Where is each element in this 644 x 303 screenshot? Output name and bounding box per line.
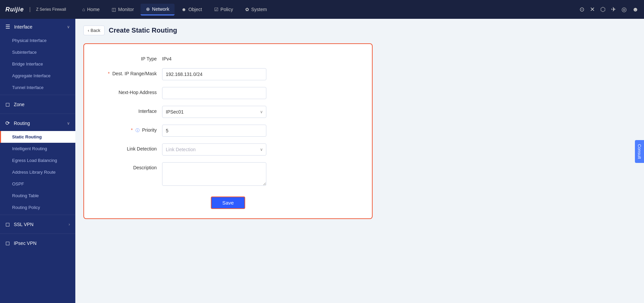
ip-type-value: IPv4 (162, 53, 361, 61)
top-nav: Ruijie | Z Series Firewall ⌂ Home ◫ Moni… (0, 0, 644, 19)
nav-icon-4[interactable]: ✈ (611, 6, 616, 13)
dest-ip-input[interactable] (162, 68, 266, 80)
main-content: ‹ Back Create Static Routing IP Type IPv… (75, 19, 644, 303)
sidebar-item-ospf[interactable]: OSPF (0, 178, 75, 190)
description-row: Description (95, 162, 361, 186)
priority-label: * ⓘ Priority (95, 125, 162, 133)
next-hop-label: Next-Hop Address (95, 87, 162, 95)
sidebar-section-ssl-vpn[interactable]: ◻ SSL VPN › (0, 216, 75, 232)
nav-icon-3[interactable]: ⬡ (600, 6, 606, 13)
ssl-vpn-chevron: › (69, 222, 70, 227)
page-header: ‹ Back Create Static Routing (83, 26, 636, 35)
nav-item-policy[interactable]: ☑ Policy (209, 4, 238, 15)
priority-input[interactable] (162, 125, 266, 137)
priority-required: * (131, 127, 132, 133)
divider-2 (0, 114, 75, 114)
brand-logo: Ruijie (5, 6, 24, 13)
sidebar-item-aggregate-interface[interactable]: Aggregate Interface (0, 70, 75, 82)
nav-item-home[interactable]: ⌂ Home (77, 4, 105, 15)
interface-select-wrapper: IPSec01 eth0 eth1 ∨ (162, 106, 266, 118)
nav-icon-user[interactable]: ☻ (632, 6, 639, 13)
layout: ☰ Interface ∨ Physical Interface Subinte… (0, 19, 644, 303)
sidebar-section-routing[interactable]: ⟳ Routing ∨ (0, 115, 75, 131)
sidebar-section-interface[interactable]: ☰ Interface ∨ (0, 19, 75, 35)
brand-sub: Z Series Firewall (36, 7, 66, 12)
description-textarea[interactable] (162, 162, 266, 186)
sidebar-item-intelligent-routing[interactable]: Intelligent Routing (0, 143, 75, 155)
form-footer: Save (95, 197, 361, 209)
brand-sep: | (29, 6, 31, 12)
nav-icon-2[interactable]: ✕ (590, 6, 595, 13)
ip-type-row: IP Type IPv4 (95, 53, 361, 61)
sidebar: ☰ Interface ∨ Physical Interface Subinte… (0, 19, 75, 303)
dest-ip-required: * (108, 71, 110, 76)
interface-chevron: ∨ (67, 25, 70, 29)
nav-icon-1[interactable]: ⊙ (579, 6, 584, 13)
sidebar-section-interface-label: Interface (14, 24, 32, 30)
consult-tab[interactable]: Consult (635, 140, 644, 163)
divider-4 (0, 233, 75, 234)
sidebar-section-ssl-vpn-label: SSL VPN (14, 222, 34, 227)
nav-items: ⌂ Home ◫ Monitor ⊕ Network ☻ Object ☑ Po… (77, 4, 580, 15)
description-label: Description (95, 162, 162, 170)
interface-select[interactable]: IPSec01 eth0 eth1 (162, 106, 266, 118)
zone-icon: ◻ (5, 101, 10, 107)
back-label: Back (90, 28, 100, 33)
back-chevron-icon: ‹ (88, 28, 89, 33)
link-detection-label: Link Detection (95, 143, 162, 152)
routing-chevron: ∨ (67, 121, 70, 126)
sidebar-item-physical-interface[interactable]: Physical Interface (0, 35, 75, 46)
nav-icon-5[interactable]: ◎ (621, 6, 627, 13)
form-card: IP Type IPv4 * Dest. IP Range/Mask Next-… (83, 43, 373, 219)
next-hop-input[interactable] (162, 87, 266, 99)
nav-item-system[interactable]: ✿ System (240, 4, 272, 15)
nav-right-icons: ⊙ ✕ ⬡ ✈ ◎ ☻ (579, 6, 639, 13)
dest-ip-label: * Dest. IP Range/Mask (95, 68, 162, 76)
interface-label: Interface (95, 106, 162, 114)
back-button[interactable]: ‹ Back (83, 26, 105, 35)
nav-item-network[interactable]: ⊕ Network (141, 4, 175, 15)
interface-icon: ☰ (5, 24, 10, 30)
next-hop-row: Next-Hop Address (95, 87, 361, 99)
link-detection-select-wrapper: Link Detection ∨ (162, 143, 266, 156)
save-button[interactable]: Save (211, 197, 245, 209)
divider-3 (0, 215, 75, 215)
sidebar-section-zone[interactable]: ◻ Zone (0, 96, 75, 112)
nav-item-object[interactable]: ☻ Object (176, 4, 207, 15)
divider-1 (0, 95, 75, 95)
sidebar-item-routing-policy[interactable]: Routing Policy (0, 202, 75, 213)
sidebar-item-subinterface[interactable]: Subinterface (0, 46, 75, 58)
routing-icon: ⟳ (5, 120, 10, 126)
sidebar-item-egress-load-balancing[interactable]: Egress Load Balancing (0, 155, 75, 166)
ip-type-label: IP Type (95, 53, 162, 61)
priority-row: * ⓘ Priority (95, 125, 361, 137)
brand: Ruijie | Z Series Firewall (5, 6, 66, 13)
sidebar-section-zone-label: Zone (14, 102, 25, 107)
sidebar-item-bridge-interface[interactable]: Bridge Interface (0, 58, 75, 70)
sidebar-section-routing-label: Routing (14, 121, 30, 126)
sidebar-item-static-routing[interactable]: Static Routing (0, 131, 75, 143)
page-title: Create Static Routing (109, 27, 177, 34)
sidebar-section-ipsec-vpn[interactable]: ◻ IPsec VPN (0, 235, 75, 251)
sidebar-item-tunnel-interface[interactable]: Tunnel Interface (0, 82, 75, 93)
link-detection-row: Link Detection Link Detection ∨ (95, 143, 361, 156)
interface-row: Interface IPSec01 eth0 eth1 ∨ (95, 106, 361, 118)
dest-ip-row: * Dest. IP Range/Mask (95, 68, 361, 80)
priority-info-icon: ⓘ (136, 128, 140, 133)
ipsec-vpn-icon: ◻ (5, 240, 10, 246)
sidebar-section-ipsec-vpn-label: IPsec VPN (14, 241, 37, 246)
sidebar-item-routing-table[interactable]: Routing Table (0, 190, 75, 202)
nav-item-monitor[interactable]: ◫ Monitor (106, 4, 139, 15)
link-detection-select[interactable]: Link Detection (162, 143, 266, 156)
sidebar-item-address-library-route[interactable]: Address Library Route (0, 166, 75, 178)
ssl-vpn-icon: ◻ (5, 221, 10, 227)
